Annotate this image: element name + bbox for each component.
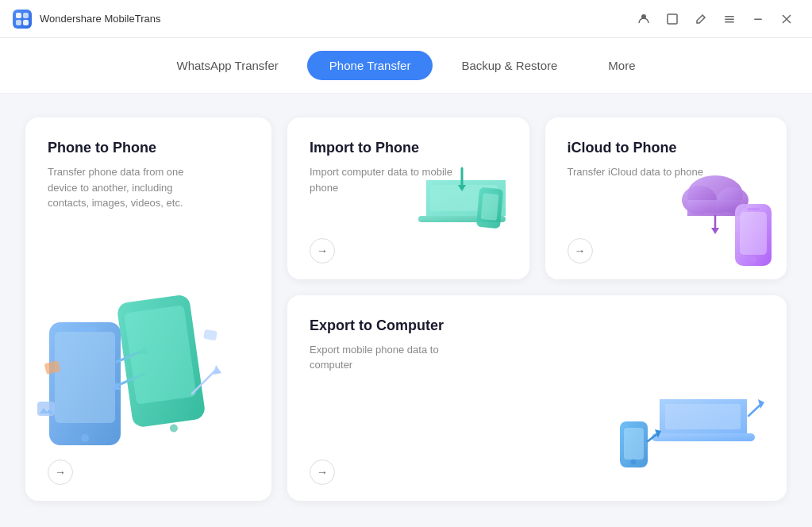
titlebar-controls	[631, 6, 799, 32]
phone-to-phone-title: Phone to Phone	[48, 140, 249, 156]
svg-rect-3	[23, 20, 29, 25]
window-button[interactable]	[660, 6, 685, 32]
svg-point-15	[81, 434, 89, 442]
svg-rect-0	[16, 13, 21, 18]
svg-rect-9	[754, 18, 762, 20]
svg-rect-13	[55, 332, 115, 423]
svg-rect-2	[16, 20, 21, 25]
minimize-button[interactable]	[745, 6, 771, 32]
icloud-to-phone-arrow[interactable]: →	[568, 238, 593, 264]
svg-point-43	[631, 460, 637, 465]
phone-to-phone-card[interactable]: Phone to Phone Transfer phone data from …	[25, 117, 271, 501]
svg-rect-22	[203, 329, 217, 341]
app-title: Wondershare MobileTrans	[40, 13, 160, 25]
svg-rect-8	[725, 21, 734, 23]
svg-rect-40	[665, 404, 741, 429]
profile-button[interactable]	[631, 6, 656, 32]
nav-phone-transfer[interactable]: Phone Transfer	[307, 51, 433, 80]
svg-rect-42	[624, 428, 644, 460]
phone-to-phone-desc: Transfer phone data from one device to a…	[48, 164, 190, 211]
right-column: Import to Phone Import computer data to …	[287, 117, 787, 501]
svg-marker-24	[214, 365, 221, 375]
export-to-computer-card[interactable]: Export to Computer Export mobile phone d…	[287, 295, 787, 502]
svg-rect-23	[37, 402, 55, 416]
nav-more[interactable]: More	[586, 51, 657, 80]
svg-point-37	[750, 256, 756, 263]
app-icon	[13, 10, 32, 29]
svg-rect-38	[747, 208, 760, 210]
svg-rect-33	[687, 200, 741, 216]
menu-button[interactable]	[717, 6, 742, 32]
svg-rect-14	[73, 327, 97, 331]
export-to-computer-title: Export to Computer	[310, 317, 764, 334]
svg-rect-36	[740, 212, 767, 255]
svg-marker-34	[711, 228, 719, 234]
export-illustration	[604, 390, 779, 493]
export-to-computer-arrow[interactable]: →	[310, 460, 335, 485]
svg-point-18	[169, 424, 178, 433]
svg-rect-7	[725, 18, 734, 20]
svg-rect-29	[480, 193, 498, 221]
close-button[interactable]	[774, 6, 799, 32]
svg-rect-39	[652, 433, 755, 441]
phone-to-phone-arrow[interactable]: →	[48, 460, 73, 485]
titlebar-left: Wondershare MobileTrans	[13, 10, 160, 29]
phone-to-phone-illustration	[33, 275, 264, 457]
import-to-phone-arrow[interactable]: →	[310, 238, 335, 264]
import-illustration	[402, 164, 529, 267]
import-to-phone-card[interactable]: Import to Phone Import computer data to …	[287, 117, 529, 279]
export-to-computer-desc: Export mobile phone data to computer	[310, 342, 452, 373]
nav-whatsapp-transfer[interactable]: WhatsApp Transfer	[154, 51, 300, 80]
edit-button[interactable]	[688, 6, 714, 32]
nav-backup-restore[interactable]: Backup & Restore	[439, 51, 579, 80]
icloud-illustration	[664, 164, 783, 271]
main-content: Phone to Phone Transfer phone data from …	[0, 94, 812, 525]
svg-rect-1	[23, 13, 29, 18]
icloud-to-phone-card[interactable]: iCloud to Phone Transfer iCloud data to …	[545, 117, 787, 279]
titlebar: Wondershare MobileTrans	[0, 0, 812, 38]
import-to-phone-title: Import to Phone	[310, 140, 507, 156]
top-row: Import to Phone Import computer data to …	[287, 117, 787, 279]
svg-rect-5	[668, 14, 677, 24]
icloud-to-phone-title: iCloud to Phone	[568, 140, 765, 156]
navbar: WhatsApp Transfer Phone Transfer Backup …	[0, 38, 812, 94]
svg-rect-6	[725, 16, 734, 17]
